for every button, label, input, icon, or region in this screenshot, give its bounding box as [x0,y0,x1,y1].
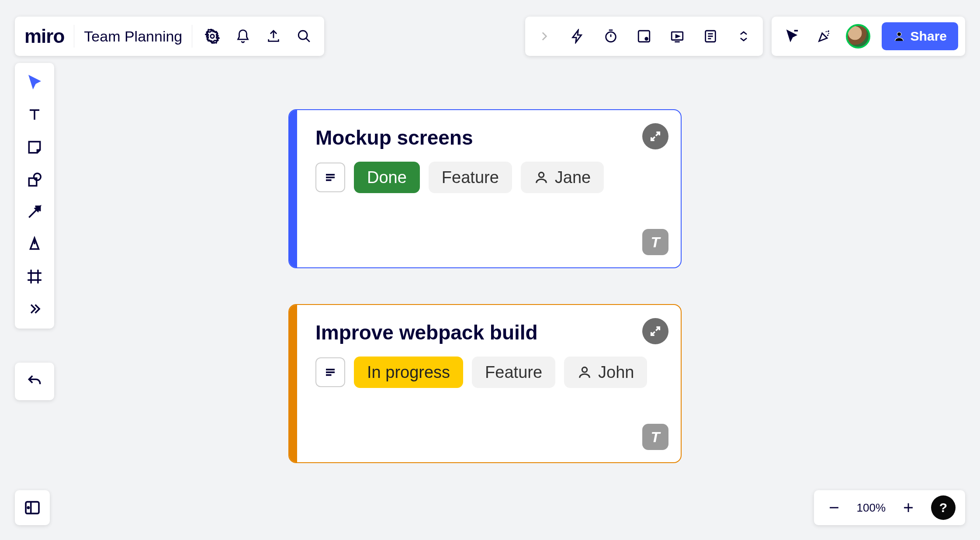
person-icon [577,365,592,380]
svg-rect-3 [638,31,650,42]
card-title: Mockup screens [315,126,663,149]
assignee-name: Jane [555,168,591,187]
card[interactable]: Mockup screens Done Feature Jane T [288,109,682,268]
user-avatar[interactable] [846,24,870,48]
shapes-icon [26,171,43,188]
comments-button[interactable] [700,26,721,47]
bell-icon [235,29,250,44]
confetti-icon [817,29,831,44]
arrow-icon [26,204,43,220]
svg-point-7 [897,32,901,36]
plus-icon [901,500,916,515]
pen-tool[interactable] [21,231,48,258]
assignee-name: John [598,363,634,382]
svg-point-1 [299,31,308,39]
assignee-chip[interactable]: John [564,357,647,388]
cursor-icon [26,74,43,91]
panel-toggle[interactable] [15,490,50,525]
sticky-note-tool[interactable] [21,134,48,161]
lightning-icon [570,29,585,44]
sticky-note-icon [26,139,43,156]
shape-tool[interactable] [21,166,48,193]
search-icon [297,29,312,44]
share-toolbar: Share [772,17,965,56]
more-tools-button[interactable] [21,295,48,322]
connector-tool[interactable] [21,198,48,225]
board-name[interactable]: Team Planning [84,28,182,45]
search-button[interactable] [294,26,315,47]
svg-point-12 [539,173,544,177]
status-chip[interactable]: Done [354,162,420,193]
timer-icon [603,29,618,44]
header-right-cluster: Share [525,17,965,56]
quick-action-button[interactable] [567,26,588,47]
card-description-button[interactable] [315,163,345,192]
chevron-right-icon [537,29,552,44]
minus-icon [827,500,841,515]
chevrons-icon [736,29,751,44]
voting-button[interactable] [634,26,654,47]
gear-icon [205,29,220,44]
miro-logo[interactable]: miro [24,25,64,47]
person-icon [534,170,549,185]
settings-button[interactable] [202,26,223,47]
divider [74,25,74,48]
zoom-in-button[interactable] [898,497,919,518]
zoom-out-button[interactable] [824,497,845,518]
expand-icon [649,130,661,142]
timer-button[interactable] [600,26,621,47]
header-left: miro Team Planning [15,17,324,56]
notes-icon [703,29,718,44]
presentation-icon [670,29,685,44]
status-chip[interactable]: In progress [354,357,463,388]
tools-toolbar [15,63,54,329]
frame-tool[interactable] [21,263,48,290]
more-apps-button[interactable] [733,26,754,47]
collab-toolbar [525,17,763,56]
type-chip[interactable]: Feature [472,357,555,388]
frame-icon [26,268,43,285]
present-button[interactable] [667,26,688,47]
card[interactable]: Improve webpack build In progress Featur… [288,304,682,463]
lines-icon [324,171,337,184]
chevrons-right-icon [26,301,43,317]
zoom-level[interactable]: 100% [857,501,886,515]
expand-card-button[interactable] [642,318,668,344]
help-button[interactable]: ? [931,495,956,520]
source-badge[interactable]: T [642,229,668,255]
undo-panel [15,363,54,400]
undo-button[interactable] [21,368,48,395]
expand-card-button[interactable] [642,123,668,149]
text-icon [26,107,43,123]
lines-icon [324,366,337,379]
svg-point-13 [582,367,587,372]
share-label: Share [911,29,947,44]
svg-point-11 [28,507,29,508]
assignee-chip[interactable]: Jane [521,162,604,193]
undo-icon [26,373,43,390]
share-button[interactable]: Share [882,22,958,50]
card-accent [289,110,297,267]
card-title: Improve webpack build [315,321,663,344]
bottom-right: 100% ? [814,490,966,525]
source-badge[interactable]: T [642,424,668,450]
type-chip[interactable]: Feature [429,162,512,193]
reactions-button[interactable] [814,26,835,47]
pen-icon [26,236,43,253]
cursor-settings-button[interactable] [781,26,802,47]
text-tool[interactable] [21,101,48,128]
card-accent [289,305,297,462]
person-add-icon [893,30,905,42]
svg-point-0 [211,35,215,38]
export-button[interactable] [263,26,284,47]
panel-icon [24,499,41,516]
card-description-button[interactable] [315,357,345,387]
collapse-button[interactable] [534,26,555,47]
vote-icon [637,29,651,44]
select-tool[interactable] [21,69,48,96]
svg-point-2 [606,32,616,42]
divider [192,25,192,48]
notifications-button[interactable] [232,26,253,47]
zoom-controls: 100% ? [814,490,966,525]
cursor-icon [784,29,799,44]
